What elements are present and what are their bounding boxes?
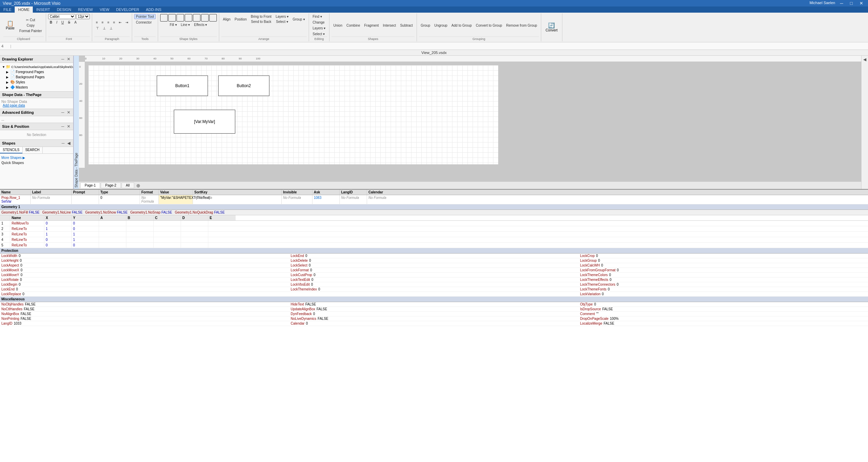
align-right-button[interactable]: ≡ xyxy=(106,20,111,25)
row1-name: Prop.Row_1 SetVar xyxy=(0,195,31,204)
formula-input[interactable] xyxy=(13,44,867,48)
style-5[interactable] xyxy=(193,14,200,22)
tree-foreground[interactable]: ▶ 📄 Foreground Pages xyxy=(1,69,72,74)
adv-editing-close[interactable]: ✕ xyxy=(66,110,71,115)
tree-root[interactable]: ▼ 📁 C:\Users\michuelas\AppData\Local\Sky… xyxy=(1,64,72,69)
page-tab-2[interactable]: Page-2 xyxy=(101,182,121,188)
bring-to-front-button[interactable]: Bring to Front xyxy=(249,14,274,19)
line-button[interactable]: Line ▾ xyxy=(179,22,192,27)
page-tab-1[interactable]: Page-1 xyxy=(80,182,100,188)
add-to-group-button[interactable]: Add to Group xyxy=(450,23,473,28)
font-color-button[interactable]: A xyxy=(73,20,79,25)
tab-addins[interactable]: ADD-INS xyxy=(142,6,165,13)
layers2-button[interactable]: Layers ▾ xyxy=(311,26,327,31)
drawing-explorer-close[interactable]: ✕ xyxy=(66,57,71,62)
add-page-data-link[interactable]: Add page data xyxy=(1,103,26,108)
font-size-select[interactable]: 12pt xyxy=(76,14,90,19)
close-button[interactable]: ✕ xyxy=(857,1,865,6)
style-2[interactable] xyxy=(168,14,176,22)
select-button[interactable]: Select ▾ xyxy=(274,19,290,24)
cut-button[interactable]: ✂ Cut xyxy=(18,17,44,23)
shapes-minimize[interactable]: ─ xyxy=(61,141,65,146)
tab-view[interactable]: VIEW xyxy=(96,6,113,13)
select2-button[interactable]: Select ▾ xyxy=(311,31,327,37)
strikethrough-button[interactable]: S xyxy=(66,20,72,25)
increase-indent-button[interactable]: ⇥ xyxy=(124,20,130,25)
adv-editing-minimize[interactable]: ─ xyxy=(60,110,65,115)
connector-button[interactable]: Connector xyxy=(134,20,153,25)
copy-button[interactable]: Copy xyxy=(18,23,44,28)
group-button[interactable]: Group ▾ xyxy=(291,17,307,22)
group2-button[interactable]: Group xyxy=(419,23,432,28)
size-pos-minimize[interactable]: ─ xyxy=(60,124,65,129)
convert-to-group-button[interactable]: Convert to Group xyxy=(474,23,504,28)
row1-prompt xyxy=(72,195,99,204)
tree-masters[interactable]: ▶ 🔷 Masters xyxy=(1,85,72,90)
drawing-page[interactable]: Button1 Button2 [Var:MyVar] xyxy=(88,65,498,164)
search-tab[interactable]: SEARCH xyxy=(23,147,43,153)
add-page-button[interactable]: ⊕ xyxy=(135,183,142,188)
bottom-section: Name Label Prompt Type Format Value Sort… xyxy=(0,189,868,462)
align-center-button[interactable]: ≡ xyxy=(100,20,106,25)
send-to-back-button[interactable]: Send to Back xyxy=(249,19,274,24)
union-button[interactable]: Union xyxy=(332,23,344,28)
maximize-button[interactable]: □ xyxy=(848,1,855,6)
more-shapes-link[interactable]: More Shapes ▶ xyxy=(1,155,72,160)
style-3[interactable] xyxy=(177,14,184,22)
position-button[interactable]: Position xyxy=(233,17,249,22)
fragment-button[interactable]: Fragment xyxy=(363,23,381,28)
protection-prop: LockReplace0 xyxy=(0,292,289,297)
stencils-tab[interactable]: STENCILS xyxy=(0,147,23,153)
right-panel-toggle[interactable]: ◀ xyxy=(862,56,868,63)
pointer-tool-button[interactable]: Pointer Tool xyxy=(134,14,156,19)
top-align-button[interactable]: ⊤ xyxy=(94,26,101,31)
align-button[interactable]: Align xyxy=(221,17,232,22)
paste-icon: 📋 xyxy=(7,21,14,26)
ungroup-button[interactable]: Ungroup xyxy=(433,23,449,28)
middle-align-button[interactable]: ⊥ xyxy=(101,26,108,31)
tab-home[interactable]: HOME xyxy=(15,6,33,13)
bold-button[interactable]: B xyxy=(48,20,54,25)
style-7[interactable] xyxy=(209,14,217,22)
minimize-button[interactable]: ─ xyxy=(838,1,845,6)
vertical-shape-data-tab[interactable]: Shape Data - ThePage xyxy=(73,56,79,189)
fill-button[interactable]: Fill ▾ xyxy=(168,22,179,27)
italic-button[interactable]: I xyxy=(55,20,59,25)
tree-styles[interactable]: ▶ 🎨 Styles xyxy=(1,80,72,85)
tab-insert[interactable]: INSERT xyxy=(33,6,53,13)
bottom-align-button[interactable]: ⊥ xyxy=(108,26,114,31)
style-4[interactable] xyxy=(185,14,192,22)
tab-review[interactable]: REVIEW xyxy=(75,6,96,13)
shape-button1[interactable]: Button1 xyxy=(157,76,208,96)
change-button[interactable]: Change xyxy=(311,20,326,25)
tab-file[interactable]: FILE xyxy=(0,6,15,13)
intersect-button[interactable]: Intersect xyxy=(381,23,397,28)
effects-button[interactable]: Effects ▾ xyxy=(192,22,209,27)
convert-button[interactable]: 🔄 Convert xyxy=(543,22,560,33)
tab-design[interactable]: DESIGN xyxy=(53,6,74,13)
page-tab-all[interactable]: All xyxy=(122,182,134,188)
drawing-explorer-minimize[interactable]: ─ xyxy=(60,57,65,62)
decrease-indent-button[interactable]: ⇤ xyxy=(117,20,123,25)
geo-header-e: E xyxy=(208,215,236,220)
combine-button[interactable]: Combine xyxy=(345,23,362,28)
canvas-container[interactable]: 0 10 20 30 40 50 60 70 80 90 100 0 xyxy=(79,56,861,181)
remove-from-group-button[interactable]: Remove from Group xyxy=(504,23,539,28)
shape-button2[interactable]: Button2 xyxy=(218,76,269,96)
font-name-select[interactable]: Calibri xyxy=(48,14,75,19)
shape-myvar[interactable]: [Var:MyVar] xyxy=(174,110,235,134)
size-pos-close[interactable]: ✕ xyxy=(66,124,71,129)
tab-developer[interactable]: DEVELOPER xyxy=(113,6,142,13)
shapes-expand[interactable]: ◀ xyxy=(67,141,71,146)
underline-button[interactable]: U xyxy=(60,20,66,25)
subtract-button[interactable]: Subtract xyxy=(398,23,415,28)
style-6[interactable] xyxy=(201,14,209,22)
format-painter-button[interactable]: Format Painter xyxy=(18,28,44,33)
justify-button[interactable]: ≡ xyxy=(111,20,117,25)
layers-button[interactable]: Layers ▾ xyxy=(274,14,290,19)
style-1[interactable] xyxy=(160,14,168,22)
paste-button[interactable]: 📋 Paste xyxy=(3,20,17,31)
align-left-button[interactable]: ≡ xyxy=(94,20,100,25)
find-button[interactable]: Find ▾ xyxy=(311,14,324,19)
tree-background[interactable]: ▶ 📄 Background Pages xyxy=(1,74,72,80)
